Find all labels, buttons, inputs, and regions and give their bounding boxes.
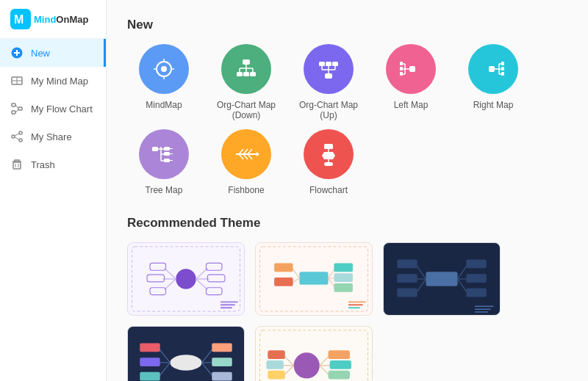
svg-line-94 bbox=[165, 279, 176, 290]
template-right-map-label: Right Map bbox=[473, 100, 514, 110]
svg-rect-159 bbox=[329, 371, 350, 380]
svg-rect-93 bbox=[147, 275, 165, 282]
svg-rect-38 bbox=[332, 62, 338, 66]
svg-line-127 bbox=[458, 264, 468, 279]
svg-rect-138 bbox=[140, 344, 159, 352]
svg-rect-126 bbox=[397, 289, 417, 297]
sidebar-item-my-flow-chart[interactable]: My Flow Chart bbox=[0, 95, 106, 123]
sidebar-item-new-label: New bbox=[31, 48, 50, 59]
svg-rect-101 bbox=[206, 288, 222, 295]
svg-line-77 bbox=[239, 154, 243, 159]
theme-card-2[interactable] bbox=[255, 242, 373, 316]
svg-rect-124 bbox=[397, 274, 417, 283]
svg-line-81 bbox=[248, 154, 252, 159]
theme-grid bbox=[127, 242, 567, 381]
svg-rect-9 bbox=[18, 107, 22, 110]
svg-rect-8 bbox=[12, 104, 15, 106]
svg-rect-95 bbox=[150, 288, 166, 295]
org-down-icon bbox=[233, 56, 259, 82]
svg-rect-63 bbox=[152, 147, 158, 151]
svg-rect-52 bbox=[400, 67, 403, 70]
svg-rect-54 bbox=[489, 66, 495, 72]
svg-rect-27 bbox=[243, 59, 250, 65]
svg-rect-83 bbox=[324, 144, 333, 149]
svg-rect-114 bbox=[334, 273, 352, 282]
svg-line-90 bbox=[165, 268, 176, 279]
sidebar-item-my-mind-map[interactable]: My Mind Map bbox=[0, 67, 106, 95]
sidebar-item-my-share[interactable]: My Share bbox=[0, 123, 106, 150]
svg-line-164 bbox=[284, 366, 294, 376]
svg-line-109 bbox=[293, 278, 300, 283]
plus-icon bbox=[10, 46, 24, 59]
theme-card-5[interactable] bbox=[255, 326, 373, 381]
logo: M MindOnMap bbox=[0, 0, 106, 39]
svg-rect-144 bbox=[212, 344, 232, 352]
right-map-icon bbox=[480, 56, 506, 82]
theme-card-4[interactable] bbox=[127, 326, 245, 381]
svg-rect-122 bbox=[397, 260, 417, 269]
svg-line-147 bbox=[202, 363, 214, 377]
svg-rect-161 bbox=[268, 350, 285, 359]
svg-rect-148 bbox=[212, 372, 232, 381]
svg-rect-146 bbox=[212, 358, 232, 366]
svg-point-14 bbox=[12, 135, 15, 138]
svg-rect-45 bbox=[409, 66, 415, 72]
svg-line-137 bbox=[159, 348, 171, 363]
sidebar-item-my-mind-map-label: My Mind Map bbox=[31, 76, 88, 87]
svg-rect-44 bbox=[325, 73, 332, 79]
tree-map-icon bbox=[151, 141, 177, 167]
svg-rect-165 bbox=[268, 371, 285, 380]
map-icon bbox=[10, 74, 24, 87]
svg-line-158 bbox=[320, 366, 330, 376]
svg-rect-99 bbox=[207, 275, 225, 282]
svg-line-80 bbox=[248, 149, 252, 154]
theme2-preview bbox=[256, 243, 372, 315]
svg-rect-35 bbox=[250, 72, 256, 76]
svg-marker-85 bbox=[322, 152, 335, 159]
svg-point-13 bbox=[19, 131, 22, 134]
svg-line-78 bbox=[243, 149, 248, 154]
svg-rect-142 bbox=[140, 372, 159, 381]
svg-rect-157 bbox=[330, 360, 351, 369]
sidebar-item-trash-label: Trash bbox=[31, 159, 55, 170]
template-fishbone[interactable]: Fishbone bbox=[209, 129, 283, 195]
svg-line-125 bbox=[416, 279, 426, 294]
template-left-map[interactable]: Left Map bbox=[374, 44, 448, 120]
svg-line-16 bbox=[15, 134, 19, 136]
svg-rect-116 bbox=[334, 283, 352, 292]
sidebar: M MindOnMap New bbox=[0, 0, 107, 381]
svg-rect-106 bbox=[299, 272, 328, 285]
svg-point-89 bbox=[176, 269, 196, 289]
template-mindmap-label: MindMap bbox=[146, 100, 182, 110]
fishbone-icon bbox=[233, 141, 259, 167]
svg-line-96 bbox=[196, 268, 208, 279]
flow-icon bbox=[10, 102, 24, 115]
svg-line-143 bbox=[202, 348, 214, 363]
template-right-map[interactable]: Right Map bbox=[456, 44, 530, 120]
svg-rect-34 bbox=[243, 72, 249, 76]
svg-rect-70 bbox=[164, 152, 170, 156]
sidebar-item-trash[interactable]: Trash bbox=[0, 150, 106, 178]
template-grid: MindMap Org-Chart Map (Down) bbox=[127, 44, 567, 195]
template-flowchart-label: Flowchart bbox=[309, 185, 348, 195]
svg-line-17 bbox=[15, 137, 19, 139]
template-mindmap[interactable]: MindMap bbox=[127, 44, 201, 120]
theme4-preview bbox=[128, 327, 244, 381]
svg-rect-60 bbox=[501, 62, 504, 65]
org-up-icon bbox=[315, 56, 342, 82]
template-left-map-label: Left Map bbox=[394, 100, 429, 110]
template-tree-map[interactable]: Tree Map bbox=[127, 129, 201, 195]
template-org-down[interactable]: Org-Chart Map (Down) bbox=[209, 44, 283, 120]
template-org-up[interactable]: Org-Chart Map (Up) bbox=[292, 44, 365, 120]
logo-icon: M bbox=[10, 9, 31, 29]
svg-text:M: M bbox=[14, 13, 24, 26]
svg-line-141 bbox=[159, 363, 171, 377]
theme-card-3[interactable] bbox=[383, 242, 501, 316]
theme-card-1[interactable] bbox=[127, 242, 245, 316]
svg-rect-36 bbox=[319, 62, 325, 66]
svg-rect-62 bbox=[501, 72, 504, 76]
template-flowchart[interactable]: Flowchart bbox=[292, 129, 365, 195]
svg-rect-51 bbox=[400, 62, 403, 65]
theme1-preview bbox=[128, 243, 244, 315]
sidebar-item-new[interactable]: New bbox=[0, 39, 106, 67]
